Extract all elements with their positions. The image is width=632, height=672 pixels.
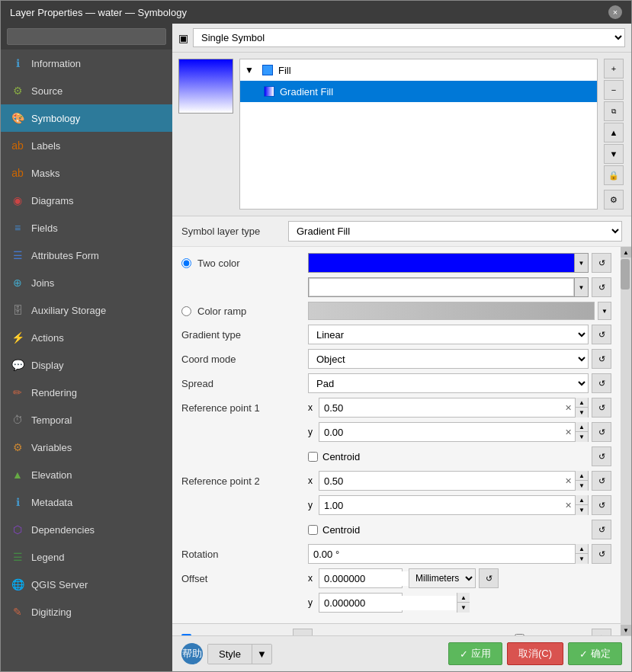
offset-y-input[interactable] (319, 596, 457, 610)
rotation-down[interactable]: ▼ (576, 554, 588, 564)
ref-point1-x-input[interactable] (319, 401, 561, 415)
ref-point2-x-reset[interactable]: ↺ (592, 471, 611, 491)
offset-x-field[interactable]: ▲ ▼ (319, 568, 403, 588)
sidebar-item-actions[interactable]: ⚡Actions (1, 324, 172, 351)
remove-layer-button[interactable]: − (604, 80, 624, 100)
ref-point2-centroid-reset[interactable]: ↺ (592, 520, 611, 539)
settings-button[interactable]: ⚙ (604, 190, 624, 210)
ref-point1-x-field[interactable]: ✕ ▲ ▼ (319, 398, 589, 418)
ref-point2-y-input[interactable] (319, 498, 561, 513)
sidebar-item-diagrams[interactable]: ◉Diagrams (1, 187, 172, 214)
sidebar-item-source[interactable]: ⚙Source (1, 77, 172, 104)
lock-button[interactable]: 🔒 (604, 165, 624, 185)
ref-point2-y-field[interactable]: ✕ ▲ ▼ (319, 495, 589, 515)
ref-point1-centroid-reset[interactable]: ↺ (592, 446, 611, 466)
color2-button[interactable]: ▼ (308, 277, 589, 297)
symbol-tree[interactable]: ▼ Fill Gradient Fill (239, 59, 598, 210)
sidebar-item-auxiliary-storage[interactable]: 🗄Auxiliary Storage (1, 296, 172, 324)
sidebar-item-qgis-server[interactable]: 🌐QGIS Server (1, 571, 172, 598)
rotation-input[interactable] (309, 547, 575, 562)
sidebar-item-rendering[interactable]: ✏Rendering (1, 379, 172, 406)
ref-point1-centroid-checkbox[interactable] (308, 452, 318, 462)
properties-scrollbar[interactable]: ▲ ▼ (621, 247, 631, 635)
sidebar-item-legend[interactable]: ☰Legend (1, 543, 172, 571)
ref-point2-y-clear[interactable]: ✕ (561, 501, 575, 510)
sidebar-item-display[interactable]: 💬Display (1, 351, 172, 379)
ref-point2-y-down[interactable]: ▼ (576, 505, 588, 515)
rotation-reset[interactable]: ↺ (592, 544, 611, 564)
tree-item-fill[interactable]: ▼ Fill (240, 59, 597, 81)
sidebar-item-fields[interactable]: ≡Fields (1, 214, 172, 242)
ref-point1-x-up[interactable]: ▲ (576, 398, 588, 408)
sidebar-item-variables[interactable]: ⚙Variables (1, 434, 172, 461)
duplicate-button[interactable]: ⧉ (604, 101, 624, 121)
symbol-layer-type-select[interactable]: Gradient Fill (288, 221, 622, 242)
move-up-button[interactable]: ▲ (604, 123, 624, 142)
offset-y-down[interactable]: ▼ (457, 603, 470, 613)
ref-point1-y-field[interactable]: ✕ ▲ ▼ (319, 422, 589, 442)
close-button[interactable]: × (608, 5, 622, 19)
ref-point2-centroid-checkbox[interactable] (308, 525, 318, 535)
ref-point1-y-clear[interactable]: ✕ (561, 427, 575, 437)
cancel-button[interactable]: 取消(C) (507, 642, 563, 665)
color1-reset-btn[interactable]: ↺ (592, 253, 611, 273)
ref-point2-y-reset[interactable]: ↺ (592, 495, 611, 515)
gradient-type-reset[interactable]: ↺ (592, 325, 611, 344)
style-button[interactable]: Style (208, 645, 252, 664)
offset-unit-select[interactable]: Millimeters Pixels Map units Inches (409, 568, 476, 588)
two-color-radio[interactable] (181, 258, 191, 268)
ref-point2-x-clear[interactable]: ✕ (561, 476, 575, 486)
color2-reset-btn[interactable]: ↺ (592, 277, 611, 297)
offset-y-up[interactable]: ▲ (457, 593, 470, 603)
coord-mode-select[interactable]: Object Feature Viewport (308, 349, 589, 369)
offset-x-reset[interactable]: ↺ (479, 568, 499, 588)
ref-point1-x-clear[interactable]: ✕ (561, 403, 575, 413)
gradient-type-select[interactable]: Linear Radial Conical (308, 325, 589, 344)
sidebar-item-elevation[interactable]: ▲Elevation (1, 461, 172, 488)
ref-point1-x-down[interactable]: ▼ (576, 408, 588, 418)
ref-point1-x-reset[interactable]: ↺ (592, 398, 611, 418)
search-box[interactable] (1, 24, 172, 50)
ref-point1-y-up[interactable]: ▲ (576, 422, 588, 432)
color1-button[interactable]: ▼ (308, 253, 589, 273)
scroll-thumb[interactable] (621, 259, 630, 290)
sidebar-item-temporal[interactable]: ⏱Temporal (1, 406, 172, 434)
spread-reset[interactable]: ↺ (592, 373, 611, 393)
sidebar-item-symbology[interactable]: 🎨Symbology (1, 104, 172, 132)
move-down-button[interactable]: ▼ (604, 144, 624, 164)
ref-point2-x-down[interactable]: ▼ (576, 481, 588, 491)
sidebar-item-information[interactable]: ℹInformation (1, 50, 172, 77)
tree-item-gradient-fill[interactable]: Gradient Fill (240, 81, 597, 102)
search-input[interactable] (7, 28, 166, 45)
scroll-up-arrow[interactable]: ▲ (621, 247, 631, 258)
ref-point1-y-input[interactable] (319, 425, 561, 440)
rotation-field[interactable]: ▲ ▼ (308, 544, 589, 564)
coord-mode-reset[interactable]: ↺ (592, 349, 611, 369)
ok-button[interactable]: ✓ 确定 (568, 642, 622, 665)
sidebar-item-dependencies[interactable]: ⬡Dependencies (1, 516, 172, 543)
sidebar-item-metadata[interactable]: ℹMetadata (1, 488, 172, 516)
sidebar-item-labels[interactable]: abLabels (1, 132, 172, 159)
color-ramp-radio[interactable] (181, 306, 191, 316)
draw-effects-fx-btn[interactable]: ★ (592, 629, 611, 635)
offset-y-field[interactable]: ▲ ▼ (319, 593, 403, 613)
ref-point1-y-reset[interactable]: ↺ (592, 422, 611, 442)
sidebar-item-masks[interactable]: abMasks (1, 159, 172, 187)
add-layer-button[interactable]: + (604, 59, 624, 78)
ref-point2-x-up[interactable]: ▲ (576, 471, 588, 481)
ref-point2-y-up[interactable]: ▲ (576, 495, 588, 505)
color-ramp-dropdown[interactable]: ▼ (598, 302, 611, 320)
sidebar-item-digitizing[interactable]: ✎Digitizing (1, 598, 172, 626)
rotation-up[interactable]: ▲ (576, 544, 588, 554)
apply-button[interactable]: ✓ 应用 (448, 642, 502, 665)
sidebar-item-joins[interactable]: ⊕Joins (1, 269, 172, 296)
ref-point2-x-input[interactable] (319, 474, 561, 488)
style-dropdown-button[interactable]: ▼ (252, 645, 271, 664)
sidebar-item-attributes-form[interactable]: ☰Attributes Form (1, 242, 172, 269)
help-button[interactable]: 帮助 (181, 643, 203, 664)
scroll-down-arrow[interactable]: ▼ (621, 625, 631, 635)
color1-dropdown[interactable]: ▼ (574, 254, 588, 272)
symbol-type-dropdown[interactable]: Single Symbol (193, 28, 625, 47)
ref-point1-y-down[interactable]: ▼ (576, 432, 588, 442)
color2-dropdown[interactable]: ▼ (574, 278, 588, 296)
